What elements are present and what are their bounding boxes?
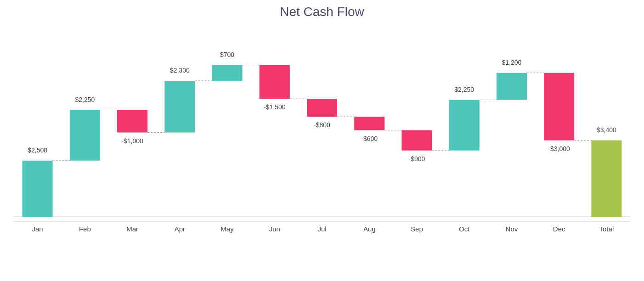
svg-rect-11 xyxy=(117,110,147,133)
svg-rect-31 xyxy=(354,117,384,130)
svg-text:Oct: Oct xyxy=(459,225,470,233)
svg-text:$700: $700 xyxy=(220,51,234,58)
svg-text:Sep: Sep xyxy=(411,225,423,233)
svg-text:-$3,000: -$3,000 xyxy=(548,145,570,152)
svg-rect-50 xyxy=(591,140,621,217)
svg-rect-35 xyxy=(401,130,432,151)
svg-text:-$1,000: -$1,000 xyxy=(121,137,143,145)
svg-text:-$900: -$900 xyxy=(409,155,425,163)
svg-text:-$800: -$800 xyxy=(314,121,330,129)
chart-container: Net Cash Flow $2,500Jan$2,250Feb-$1,000M… xyxy=(0,0,644,281)
svg-text:$2,250: $2,250 xyxy=(75,96,95,103)
svg-rect-19 xyxy=(212,65,243,81)
svg-text:May: May xyxy=(220,225,234,233)
svg-text:-$600: -$600 xyxy=(361,135,378,142)
svg-text:$1,200: $1,200 xyxy=(502,59,522,66)
svg-text:Dec: Dec xyxy=(553,225,565,233)
svg-rect-7 xyxy=(70,110,100,161)
svg-rect-23 xyxy=(260,65,290,99)
svg-text:Jan: Jan xyxy=(32,225,43,233)
svg-text:Mar: Mar xyxy=(126,225,138,233)
svg-text:Aug: Aug xyxy=(363,225,376,233)
svg-text:Nov: Nov xyxy=(506,225,518,233)
svg-text:Total: Total xyxy=(599,225,614,233)
svg-text:Apr: Apr xyxy=(175,225,185,233)
chart-svg: $2,500Jan$2,250Feb-$1,000Mar$2,300Apr$70… xyxy=(9,28,635,249)
svg-rect-39 xyxy=(449,100,480,151)
chart-title: Net Cash Flow xyxy=(9,5,635,19)
svg-rect-27 xyxy=(307,99,337,117)
svg-rect-15 xyxy=(164,81,195,133)
svg-text:-$1,500: -$1,500 xyxy=(264,103,286,111)
svg-text:Jun: Jun xyxy=(269,225,280,233)
svg-rect-47 xyxy=(544,73,574,140)
svg-text:$2,500: $2,500 xyxy=(28,146,47,154)
svg-text:$2,250: $2,250 xyxy=(454,86,474,93)
chart-area: $2,500Jan$2,250Feb-$1,000Mar$2,300Apr$70… xyxy=(9,28,635,249)
svg-text:Feb: Feb xyxy=(79,225,91,233)
svg-text:Jul: Jul xyxy=(317,225,326,233)
svg-text:$2,300: $2,300 xyxy=(170,67,190,74)
svg-text:$3,400: $3,400 xyxy=(597,126,616,134)
svg-rect-3 xyxy=(23,161,53,217)
svg-rect-43 xyxy=(497,73,527,100)
